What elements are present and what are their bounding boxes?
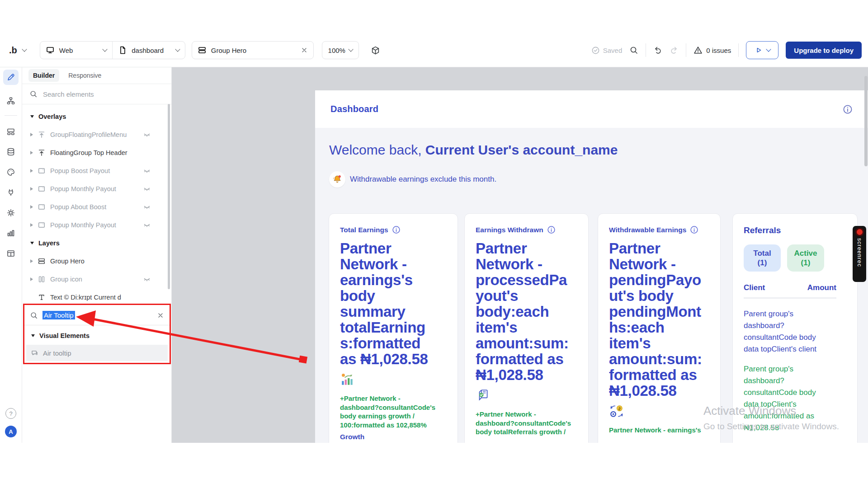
chip-count: (1): [801, 258, 811, 267]
welcome-heading: Welcome back, Current User's account_nam…: [329, 142, 618, 158]
tree-item-popup-about-boost[interactable]: Popup About Boost: [22, 198, 171, 216]
tooltip-icon: [31, 349, 38, 357]
eye-closed-icon[interactable]: [143, 167, 151, 174]
undo-button[interactable]: [653, 46, 662, 55]
redo-button[interactable]: [670, 46, 679, 55]
referral-chips: Total (1) Active (1): [744, 244, 846, 272]
eye-closed-icon[interactable]: [143, 203, 151, 211]
analytics-button[interactable]: [6, 229, 15, 238]
info-icon[interactable]: [843, 104, 853, 114]
settings-button[interactable]: [6, 208, 15, 217]
search-icon: [29, 90, 38, 98]
tree-item-label: Popup About Boost: [50, 203, 106, 211]
check-circle-icon: [591, 46, 600, 55]
info-icon[interactable]: [392, 225, 401, 234]
eye-closed-icon[interactable]: [143, 185, 151, 192]
card-title: Total Earnings: [340, 226, 388, 234]
tables-button[interactable]: [6, 249, 15, 258]
screenrec-label: screenrec: [856, 238, 863, 267]
info-icon[interactable]: [547, 225, 556, 234]
design-canvas[interactable]: Dashboard Welcome back, Current User's a…: [172, 67, 868, 443]
search-result-air-tooltip[interactable]: Air tooltip: [26, 345, 168, 361]
cube-icon: [371, 46, 380, 55]
tree-section-overlays[interactable]: Overlays: [22, 108, 171, 126]
palette-icon: [6, 168, 15, 177]
upgrade-to-deploy-button[interactable]: Upgrade to deploy: [786, 42, 862, 59]
visual-elements-section[interactable]: Visual Elements: [24, 328, 170, 343]
eye-closed-icon[interactable]: [143, 276, 151, 283]
caret-right-icon: [30, 277, 33, 281]
selection-label: Group Hero: [211, 47, 246, 54]
app-logo-menu[interactable]: .b: [6, 45, 29, 56]
tree-section-layers[interactable]: Layers: [22, 234, 171, 252]
component-cube-button[interactable]: [371, 46, 380, 55]
caret-down-icon: [31, 334, 35, 337]
caret-right-icon: [30, 151, 33, 155]
tree-item-popup-boost-payout[interactable]: Popup Boost Payout: [22, 162, 171, 180]
search-elements-input[interactable]: Search elements: [22, 84, 171, 104]
search-icon: [30, 311, 38, 319]
record-dot-icon: [857, 229, 863, 235]
device-selector[interactable]: Web: [40, 42, 113, 59]
notice-row: Withdrawable earnings exclude this month…: [329, 171, 496, 188]
screens-icon: [6, 127, 15, 136]
growth-text: Partner Network - earnings's: [609, 426, 709, 435]
welcome-prefix: Welcome back,: [329, 142, 425, 157]
page-title: Dashboard: [330, 104, 378, 114]
growth-chart-icon: [340, 372, 447, 387]
tree-item-group-floating-profile-menu[interactable]: GroupFloatingProfileMenu: [22, 126, 171, 144]
tree-item-group-hero[interactable]: Group Hero: [22, 252, 171, 270]
monitor-icon: [46, 46, 55, 55]
page-selector[interactable]: dashboard: [113, 42, 185, 59]
canvas-scrollbar[interactable]: [864, 76, 868, 166]
tab-responsive[interactable]: Responsive: [68, 72, 101, 79]
selected-element-control[interactable]: Group Hero: [192, 41, 314, 59]
tree-item-label: Popup Monthly Payout: [50, 221, 116, 229]
user-avatar[interactable]: A: [5, 426, 17, 437]
clear-search-icon[interactable]: [157, 312, 164, 319]
element-search-input[interactable]: Air Tooltip: [24, 305, 170, 325]
app-logo: .b: [9, 45, 17, 56]
chip-active[interactable]: Active (1): [787, 244, 824, 272]
caret-down-icon: [30, 115, 34, 118]
pencil-icon: [6, 73, 15, 82]
sitemap-button[interactable]: [6, 96, 15, 105]
tree-item-group-icon[interactable]: Group icon: [22, 270, 171, 288]
col-amount: Amount: [807, 283, 836, 292]
issues-button[interactable]: 0 issues: [693, 46, 731, 55]
screenrec-widget[interactable]: screenrec: [853, 226, 866, 282]
panel-scrollbar[interactable]: [168, 104, 170, 289]
database-button[interactable]: [6, 147, 15, 156]
help-button[interactable]: ?: [5, 408, 16, 419]
close-icon[interactable]: [301, 47, 308, 54]
preview-button[interactable]: [746, 41, 778, 59]
issues-label: 0 issues: [706, 47, 731, 54]
edit-tool-button[interactable]: [3, 70, 19, 85]
tab-builder[interactable]: Builder: [28, 69, 59, 82]
caret-right-icon: [30, 223, 33, 227]
growth-text: +Partner Network - dashboard?consultantC…: [476, 410, 577, 436]
theme-button[interactable]: [6, 168, 15, 177]
card-value: Partner Network - earnings's body summar…: [340, 240, 447, 367]
annotation-highlight-box: Air Tooltip Visual Elements Air tooltip: [23, 304, 171, 364]
integrations-button[interactable]: [6, 188, 15, 197]
plug-icon: [6, 188, 15, 197]
search-selected-text: Air Tooltip: [42, 311, 75, 319]
chip-total[interactable]: Total (1): [744, 244, 781, 272]
info-icon[interactable]: [690, 225, 698, 234]
tree-item-popup-monthly-payout-2[interactable]: Popup Monthly Payout: [22, 216, 171, 234]
upgrade-label: Upgrade to deploy: [794, 47, 854, 54]
chevron-down-icon: [348, 47, 353, 52]
tree-item-label: GroupFloatingProfileMenu: [50, 131, 127, 138]
eye-closed-icon[interactable]: [143, 131, 151, 138]
redo-icon: [670, 46, 679, 55]
popup-icon: [38, 221, 46, 229]
zoom-selector[interactable]: 100%: [322, 41, 359, 59]
tree-item-popup-monthly-payout[interactable]: Popup Monthly Payout: [22, 180, 171, 198]
screens-button[interactable]: [6, 127, 15, 136]
eye-closed-icon[interactable]: [143, 221, 151, 229]
tree-item-floating-group-top-header[interactable]: FloatingGroup Top Header: [22, 144, 171, 162]
page-label: dashboard: [132, 47, 164, 54]
floating-group-icon: [38, 131, 46, 139]
search-button[interactable]: [629, 46, 638, 55]
